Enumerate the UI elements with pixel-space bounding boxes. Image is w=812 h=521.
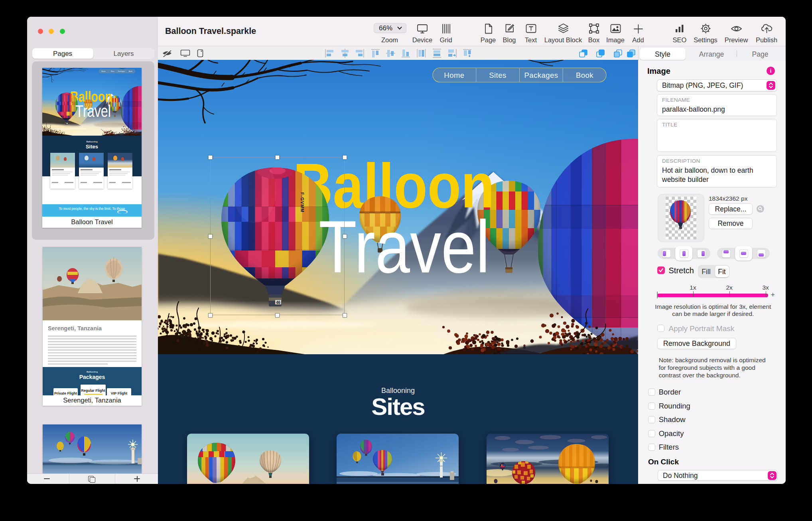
svg-text:F-GVMM: F-GVMM xyxy=(71,98,73,103)
svg-text:Sites: Sites xyxy=(111,70,114,72)
svg-text:Book: Book xyxy=(129,70,133,72)
svg-text:Packages: Packages xyxy=(524,71,558,79)
svg-text:Home: Home xyxy=(444,71,464,79)
svg-text:Home: Home xyxy=(101,70,106,72)
svg-text:Book: Book xyxy=(576,71,593,79)
svg-text:Travel: Travel xyxy=(75,101,111,120)
svg-text:Sites: Sites xyxy=(489,71,507,79)
svg-text:Packages: Packages xyxy=(118,70,125,72)
